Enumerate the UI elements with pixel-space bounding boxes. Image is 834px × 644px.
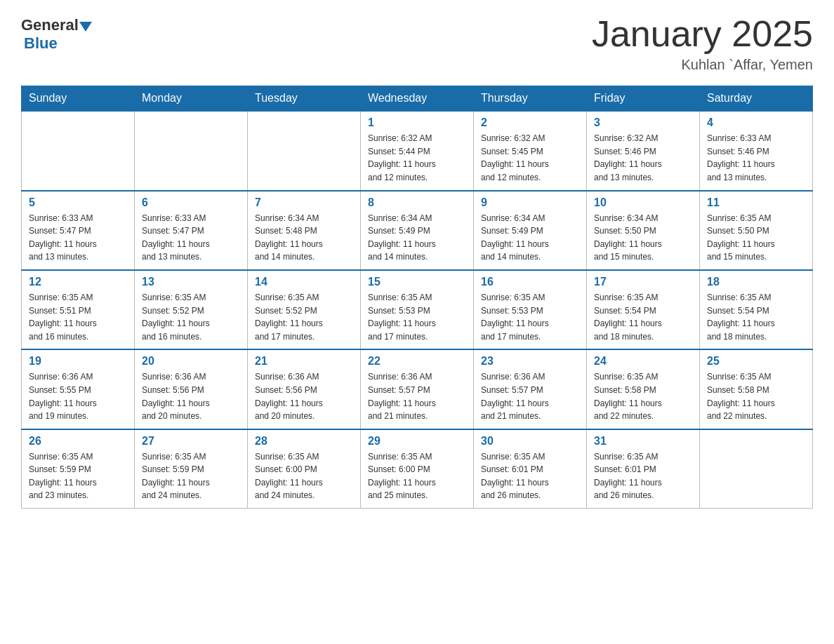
day-info: Sunrise: 6:35 AM Sunset: 6:01 PM Dayligh… [594, 450, 692, 502]
calendar-header-wednesday: Wednesday [361, 86, 474, 112]
calendar-cell [700, 429, 813, 509]
day-number: 27 [142, 435, 240, 448]
day-info: Sunrise: 6:35 AM Sunset: 5:51 PM Dayligh… [29, 291, 127, 343]
day-info: Sunrise: 6:32 AM Sunset: 5:46 PM Dayligh… [594, 132, 692, 184]
day-number: 2 [481, 116, 579, 129]
calendar-cell: 7Sunrise: 6:34 AM Sunset: 5:48 PM Daylig… [248, 191, 361, 270]
day-info: Sunrise: 6:35 AM Sunset: 6:00 PM Dayligh… [368, 450, 466, 502]
day-number: 4 [707, 116, 805, 129]
calendar-cell: 8Sunrise: 6:34 AM Sunset: 5:49 PM Daylig… [361, 191, 474, 270]
calendar-cell: 6Sunrise: 6:33 AM Sunset: 5:47 PM Daylig… [135, 191, 248, 270]
calendar-cell: 15Sunrise: 6:35 AM Sunset: 5:53 PM Dayli… [361, 270, 474, 349]
calendar-header-monday: Monday [135, 86, 248, 112]
calendar-cell [22, 111, 135, 190]
day-info: Sunrise: 6:36 AM Sunset: 5:55 PM Dayligh… [29, 370, 127, 422]
day-info: Sunrise: 6:35 AM Sunset: 5:54 PM Dayligh… [594, 291, 692, 343]
calendar-cell: 23Sunrise: 6:36 AM Sunset: 5:57 PM Dayli… [474, 349, 587, 429]
calendar-cell: 24Sunrise: 6:35 AM Sunset: 5:58 PM Dayli… [587, 349, 700, 429]
calendar-cell: 13Sunrise: 6:35 AM Sunset: 5:52 PM Dayli… [135, 270, 248, 349]
calendar-week-row: 12Sunrise: 6:35 AM Sunset: 5:51 PM Dayli… [22, 270, 813, 349]
location-subtitle: Kuhlan `Affar, Yemen [592, 57, 813, 73]
day-info: Sunrise: 6:34 AM Sunset: 5:48 PM Dayligh… [255, 212, 353, 264]
calendar-cell: 4Sunrise: 6:33 AM Sunset: 5:46 PM Daylig… [700, 111, 813, 190]
calendar-cell: 18Sunrise: 6:35 AM Sunset: 5:54 PM Dayli… [700, 270, 813, 349]
calendar-cell: 3Sunrise: 6:32 AM Sunset: 5:46 PM Daylig… [587, 111, 700, 190]
day-info: Sunrise: 6:35 AM Sunset: 6:01 PM Dayligh… [481, 450, 579, 502]
calendar-cell: 26Sunrise: 6:35 AM Sunset: 5:59 PM Dayli… [22, 429, 135, 509]
calendar-cell [248, 111, 361, 190]
day-number: 31 [594, 435, 692, 448]
calendar-cell: 11Sunrise: 6:35 AM Sunset: 5:50 PM Dayli… [700, 191, 813, 270]
day-info: Sunrise: 6:35 AM Sunset: 5:53 PM Dayligh… [481, 291, 579, 343]
day-info: Sunrise: 6:35 AM Sunset: 5:52 PM Dayligh… [255, 291, 353, 343]
day-number: 17 [594, 276, 692, 288]
day-number: 18 [707, 276, 805, 288]
calendar-header-friday: Friday [587, 86, 700, 112]
day-number: 12 [29, 276, 127, 288]
day-number: 23 [481, 355, 579, 368]
logo-triangle-icon [79, 22, 92, 32]
page-header: General Blue January 2025 Kuhlan `Affar,… [21, 14, 813, 73]
day-number: 6 [142, 196, 240, 209]
calendar-cell: 29Sunrise: 6:35 AM Sunset: 6:00 PM Dayli… [361, 429, 474, 509]
day-number: 15 [368, 276, 466, 288]
calendar-week-row: 26Sunrise: 6:35 AM Sunset: 5:59 PM Dayli… [22, 429, 813, 509]
day-info: Sunrise: 6:35 AM Sunset: 5:52 PM Dayligh… [142, 291, 240, 343]
calendar-cell: 5Sunrise: 6:33 AM Sunset: 5:47 PM Daylig… [22, 191, 135, 270]
calendar-cell: 27Sunrise: 6:35 AM Sunset: 5:59 PM Dayli… [135, 429, 248, 509]
calendar-cell: 1Sunrise: 6:32 AM Sunset: 5:44 PM Daylig… [361, 111, 474, 190]
day-number: 9 [481, 196, 579, 209]
calendar-week-row: 19Sunrise: 6:36 AM Sunset: 5:55 PM Dayli… [22, 349, 813, 429]
day-info: Sunrise: 6:35 AM Sunset: 5:53 PM Dayligh… [368, 291, 466, 343]
calendar-cell: 10Sunrise: 6:34 AM Sunset: 5:50 PM Dayli… [587, 191, 700, 270]
day-info: Sunrise: 6:36 AM Sunset: 5:56 PM Dayligh… [255, 370, 353, 422]
day-number: 8 [368, 196, 466, 209]
day-info: Sunrise: 6:35 AM Sunset: 5:54 PM Dayligh… [707, 291, 805, 343]
calendar-cell: 31Sunrise: 6:35 AM Sunset: 6:01 PM Dayli… [587, 429, 700, 509]
day-number: 25 [707, 355, 805, 368]
day-info: Sunrise: 6:32 AM Sunset: 5:44 PM Dayligh… [368, 132, 466, 184]
title-block: January 2025 Kuhlan `Affar, Yemen [592, 14, 813, 73]
calendar-week-row: 1Sunrise: 6:32 AM Sunset: 5:44 PM Daylig… [22, 111, 813, 190]
calendar-cell: 17Sunrise: 6:35 AM Sunset: 5:54 PM Dayli… [587, 270, 700, 349]
day-number: 20 [142, 355, 240, 368]
day-info: Sunrise: 6:36 AM Sunset: 5:56 PM Dayligh… [142, 370, 240, 422]
day-number: 3 [594, 116, 692, 129]
day-number: 22 [368, 355, 466, 368]
calendar-cell: 21Sunrise: 6:36 AM Sunset: 5:56 PM Dayli… [248, 349, 361, 429]
calendar-cell: 16Sunrise: 6:35 AM Sunset: 5:53 PM Dayli… [474, 270, 587, 349]
day-info: Sunrise: 6:34 AM Sunset: 5:49 PM Dayligh… [368, 212, 466, 264]
day-number: 19 [29, 355, 127, 368]
day-number: 28 [255, 435, 353, 448]
day-info: Sunrise: 6:35 AM Sunset: 5:59 PM Dayligh… [142, 450, 240, 502]
calendar-cell: 28Sunrise: 6:35 AM Sunset: 6:00 PM Dayli… [248, 429, 361, 509]
logo-blue-text: Blue [24, 34, 58, 52]
calendar-header-tuesday: Tuesday [248, 86, 361, 112]
day-number: 16 [481, 276, 579, 288]
day-info: Sunrise: 6:36 AM Sunset: 5:57 PM Dayligh… [368, 370, 466, 422]
day-info: Sunrise: 6:33 AM Sunset: 5:46 PM Dayligh… [707, 132, 805, 184]
calendar-cell: 30Sunrise: 6:35 AM Sunset: 6:01 PM Dayli… [474, 429, 587, 509]
calendar-cell: 19Sunrise: 6:36 AM Sunset: 5:55 PM Dayli… [22, 349, 135, 429]
day-number: 1 [368, 116, 466, 129]
calendar-week-row: 5Sunrise: 6:33 AM Sunset: 5:47 PM Daylig… [22, 191, 813, 270]
calendar-header-row: SundayMondayTuesdayWednesdayThursdayFrid… [22, 86, 813, 112]
day-info: Sunrise: 6:33 AM Sunset: 5:47 PM Dayligh… [142, 212, 240, 264]
day-info: Sunrise: 6:32 AM Sunset: 5:45 PM Dayligh… [481, 132, 579, 184]
calendar-cell: 9Sunrise: 6:34 AM Sunset: 5:49 PM Daylig… [474, 191, 587, 270]
day-number: 30 [481, 435, 579, 448]
calendar-table: SundayMondayTuesdayWednesdayThursdayFrid… [21, 86, 813, 509]
day-number: 21 [255, 355, 353, 368]
logo-general-text: General [21, 18, 79, 33]
calendar-cell: 20Sunrise: 6:36 AM Sunset: 5:56 PM Dayli… [135, 349, 248, 429]
day-number: 14 [255, 276, 353, 288]
day-number: 29 [368, 435, 466, 448]
calendar-header-saturday: Saturday [700, 86, 813, 112]
day-info: Sunrise: 6:34 AM Sunset: 5:49 PM Dayligh… [481, 212, 579, 264]
day-number: 13 [142, 276, 240, 288]
calendar-cell: 12Sunrise: 6:35 AM Sunset: 5:51 PM Dayli… [22, 270, 135, 349]
day-info: Sunrise: 6:35 AM Sunset: 5:50 PM Dayligh… [707, 212, 805, 264]
day-info: Sunrise: 6:35 AM Sunset: 6:00 PM Dayligh… [255, 450, 353, 502]
calendar-cell: 14Sunrise: 6:35 AM Sunset: 5:52 PM Dayli… [248, 270, 361, 349]
day-number: 7 [255, 196, 353, 209]
